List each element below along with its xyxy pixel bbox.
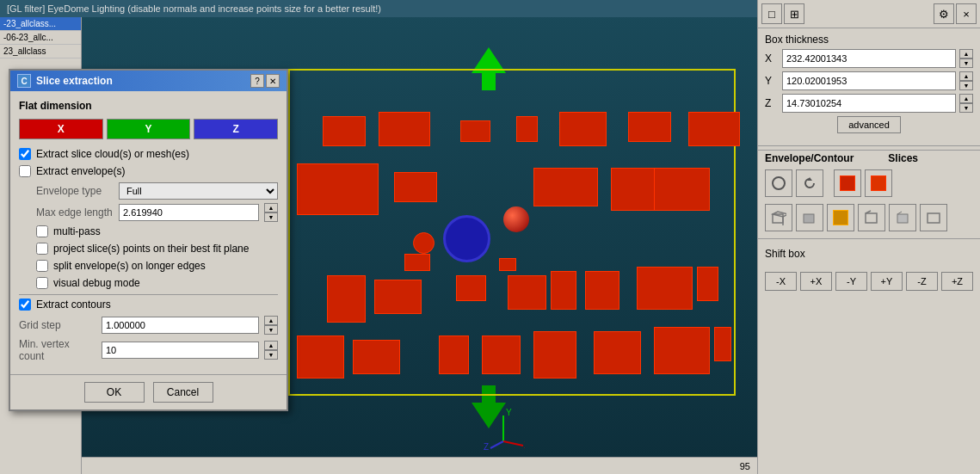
red-blob xyxy=(559,112,607,146)
dialog-title-left: C Slice extraction xyxy=(17,74,113,88)
shift-pos-y-btn[interactable]: +Y xyxy=(871,272,903,291)
envelope-contour-label: Envelope/Contour xyxy=(765,152,854,164)
box-5-icon xyxy=(926,210,941,225)
box-icon-5-btn[interactable] xyxy=(920,204,947,231)
z-spin-down[interactable]: ▼ xyxy=(959,103,973,113)
top-bar: [GL filter] EyeDome Lighting (disable no… xyxy=(0,0,757,17)
box-4-icon xyxy=(895,210,910,225)
red-blob xyxy=(323,116,366,146)
min-vertex-spin-down[interactable]: ▼ xyxy=(264,350,278,360)
splitenvelope-label: split envelope(s) on longer edges xyxy=(53,260,206,272)
max-edge-input[interactable] xyxy=(119,204,259,221)
file-item-2[interactable]: -06-23_allc... xyxy=(0,31,81,45)
topbar-text: [GL filter] EyeDome Lighting (disable no… xyxy=(7,3,381,14)
min-vertex-spin-up[interactable]: ▲ xyxy=(264,341,278,350)
x-input-row: X ▲ ▼ xyxy=(765,49,973,68)
max-edge-spin-down[interactable]: ▼ xyxy=(264,212,278,222)
slice-red-1-btn[interactable] xyxy=(834,169,861,197)
red-blob xyxy=(533,168,598,206)
red-blob xyxy=(533,331,576,379)
extract-envelope-checkbox[interactable] xyxy=(19,165,31,177)
min-vertex-spinner: ▲ ▼ xyxy=(264,341,278,360)
splitenvelope-checkbox[interactable] xyxy=(36,260,48,272)
min-vertex-input[interactable] xyxy=(102,342,259,359)
red-blob xyxy=(297,335,344,379)
dialog-close-btn[interactable]: ✕ xyxy=(266,74,280,88)
max-edge-spin-up[interactable]: ▲ xyxy=(264,203,278,212)
z-input[interactable] xyxy=(782,94,956,113)
z-spin-up[interactable]: ▲ xyxy=(959,94,973,103)
dialog-help-btn[interactable]: ? xyxy=(250,74,264,88)
panel-square-btn[interactable]: □ xyxy=(761,3,782,24)
shift-box-section: Shift box xyxy=(758,243,980,268)
x-spin-down[interactable]: ▼ xyxy=(959,58,973,68)
envelope-reset-btn[interactable] xyxy=(796,169,823,197)
red-blob xyxy=(637,267,693,310)
red-blob xyxy=(394,172,437,202)
envelope-circle-btn[interactable] xyxy=(765,169,792,197)
dialog-divider xyxy=(19,294,278,295)
dim-z-btn[interactable]: Z xyxy=(194,119,278,139)
slice-red-2-btn[interactable] xyxy=(865,169,892,197)
divider-2 xyxy=(758,238,980,239)
grid-step-spin-up[interactable]: ▲ xyxy=(264,316,278,325)
y-label: Y xyxy=(765,75,779,87)
panel-close-btn[interactable]: × xyxy=(956,3,977,24)
shift-neg-x-btn[interactable]: -X xyxy=(765,272,797,291)
shift-neg-z-btn[interactable]: -Z xyxy=(906,272,938,291)
max-edge-spinner: ▲ ▼ xyxy=(264,203,278,222)
extract-slice-checkbox[interactable] xyxy=(19,148,31,160)
multipass-checkbox[interactable] xyxy=(36,225,48,237)
grid-step-row: Grid step ▲ ▼ xyxy=(19,316,278,335)
red-blob xyxy=(353,340,400,374)
x-spinner: ▲ ▼ xyxy=(959,49,973,68)
ok-button[interactable]: OK xyxy=(84,382,145,403)
cancel-button[interactable]: Cancel xyxy=(153,382,213,403)
red-blob xyxy=(688,112,740,146)
panel-grid-btn[interactable]: ⊞ xyxy=(784,3,804,24)
dim-y-label: Y xyxy=(145,123,152,135)
max-edge-label: Max edge length xyxy=(36,206,114,219)
x-input[interactable] xyxy=(782,49,956,68)
extract-slice-row: Extract slice cloud(s) or mesh(es) xyxy=(19,148,278,160)
dim-y-btn[interactable]: Y xyxy=(107,119,191,139)
envelope-circle-icon xyxy=(771,175,786,191)
svg-text:Y: Y xyxy=(506,408,512,417)
svg-rect-18 xyxy=(928,213,940,223)
y-spin-down[interactable]: ▼ xyxy=(959,81,973,90)
dim-x-btn[interactable]: X xyxy=(19,119,103,139)
red-blob xyxy=(460,120,490,142)
visualdebug-row: visual debug mode xyxy=(36,277,278,289)
box-icon-4-btn[interactable] xyxy=(889,204,916,231)
shift-box-label: Shift box xyxy=(765,248,973,260)
file-item-3[interactable]: 23_allclass xyxy=(0,45,81,58)
y-spinner: ▲ ▼ xyxy=(959,71,973,90)
shift-box-row: -X +X -Y +Y -Z +Z xyxy=(758,268,980,294)
y-input[interactable] xyxy=(782,71,956,90)
extract-contours-checkbox[interactable] xyxy=(19,299,31,311)
grid-step-spin-down[interactable]: ▼ xyxy=(264,325,278,335)
shift-pos-x-btn[interactable]: +X xyxy=(800,272,832,291)
box-icon-1-btn[interactable] xyxy=(765,204,792,231)
y-spin-up[interactable]: ▲ xyxy=(959,71,973,81)
file-item-1[interactable]: -23_allclass... xyxy=(0,17,81,31)
slices-label: Slices xyxy=(888,152,918,164)
dialog-title: Slice extraction xyxy=(36,75,113,87)
projectslice-checkbox[interactable] xyxy=(36,243,48,255)
box-icon-2-btn[interactable] xyxy=(796,204,823,231)
visualdebug-checkbox[interactable] xyxy=(36,277,48,289)
box-solid-icon xyxy=(802,210,817,225)
projectslice-row: project slice(s) points on their best fi… xyxy=(36,243,278,255)
shift-pos-z-btn[interactable]: +Z xyxy=(941,272,973,291)
x-spin-up[interactable]: ▲ xyxy=(959,49,973,58)
box-outline-icon xyxy=(771,210,786,225)
grid-step-input[interactable] xyxy=(102,317,259,334)
multipass-label: multi-pass xyxy=(53,225,101,237)
envelope-type-select[interactable]: Full xyxy=(119,182,278,200)
red-blob xyxy=(297,163,379,215)
panel-settings-btn[interactable]: ⚙ xyxy=(934,3,954,24)
advanced-button[interactable]: advanced xyxy=(837,116,901,133)
shift-neg-y-btn[interactable]: -Y xyxy=(835,272,867,291)
box-icon-3-btn[interactable] xyxy=(858,204,885,231)
box-orange-btn[interactable] xyxy=(827,204,854,231)
